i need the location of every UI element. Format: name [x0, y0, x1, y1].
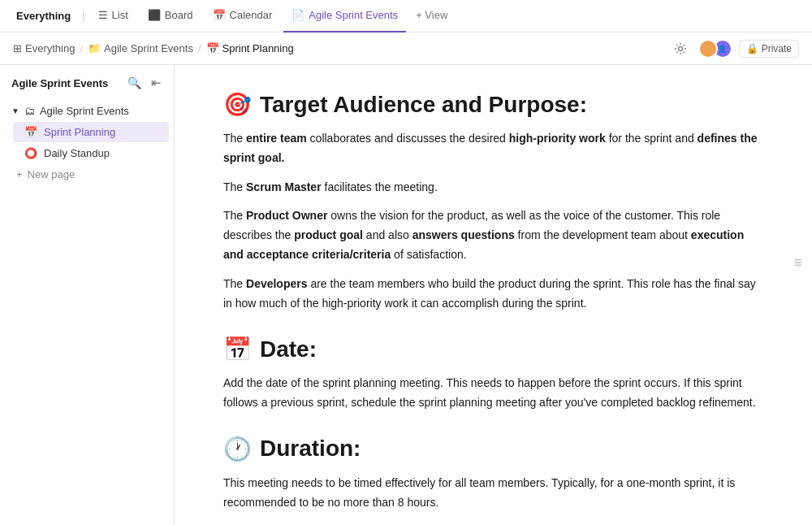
heading-duration: 🕐 Duration:	[223, 436, 763, 462]
sidebar-add-new-page[interactable]: + New page	[5, 164, 169, 184]
tab-add-view[interactable]: + View	[409, 0, 454, 33]
private-button[interactable]: 🔒 Private	[739, 40, 799, 58]
arrow-down-icon: ▼	[11, 106, 19, 115]
list-icon: ☰	[98, 9, 108, 21]
sidebar-header: Agile Sprint Events 🔍 ⇤	[0, 65, 174, 98]
calendar-check-icon: 📅	[24, 126, 37, 138]
para-target-4: The Developers are the team members who …	[223, 275, 763, 314]
sidebar-item-sprint-planning[interactable]: 📅 Sprint Planning	[13, 122, 169, 142]
breadcrumb-sprint-planning[interactable]: 📅 Sprint Planning	[206, 42, 294, 54]
settings-button[interactable]	[669, 37, 692, 60]
calendar-icon: 📅	[213, 9, 226, 21]
para-date-1: Add the date of the sprint planning meet…	[223, 374, 763, 413]
breadcrumb-right: 👤 🔒 Private	[669, 37, 799, 60]
sidebar-collapse-button[interactable]: ⇤	[149, 75, 162, 91]
heading-date: 📅 Date:	[223, 336, 763, 362]
heading-target-audience: 🎯 Target Audience and Purpose:	[223, 91, 763, 118]
para-duration-1: This meeting needs to be timed effective…	[223, 474, 763, 513]
calendar-emoji: 📅	[223, 336, 252, 362]
sidebar-tree: ▼ 🗂 Agile Sprint Events 📅 Sprint Plannin…	[0, 98, 174, 189]
sidebar-item-agile-sprint-events[interactable]: ▼ 🗂 Agile Sprint Events	[0, 101, 174, 121]
para-target-3: The Product Owner owns the vision for th…	[223, 206, 763, 264]
nav-divider-1: |	[82, 10, 84, 22]
tab-agile-sprint[interactable]: 📄 Agile Sprint Events	[283, 0, 406, 33]
settings-icon	[674, 42, 687, 55]
top-nav: Everything | ☰ List ⬛ Board 📅 Calendar 📄…	[0, 0, 812, 33]
breadcrumb-sep-1: /	[80, 42, 83, 54]
main-layout: Agile Sprint Events 🔍 ⇤ ▼ 🗂 Agile Sprint…	[0, 65, 812, 525]
breadcrumb-agile[interactable]: 📁 Agile Sprint Events	[88, 42, 193, 54]
tab-board[interactable]: ⬛ Board	[140, 0, 201, 33]
plus-icon: +	[16, 168, 23, 180]
board-icon: ⬛	[148, 9, 161, 21]
outline-toggle-button[interactable]: ≡	[793, 254, 802, 271]
circle-icon: ⭕	[24, 147, 37, 159]
avatar-group: 👤	[698, 39, 732, 59]
calendar-page-icon: 📅	[206, 42, 219, 54]
target-emoji: 🎯	[223, 91, 252, 118]
page-icon: 📄	[292, 9, 304, 21]
para-target-2: The Scrum Master facilitates the meeting…	[223, 178, 763, 197]
breadcrumb-left: ⊞ Everything / 📁 Agile Sprint Events / 📅…	[13, 42, 294, 54]
clock-emoji: 🕐	[223, 436, 252, 462]
avatar-1	[698, 39, 718, 59]
folder-icon: 📁	[88, 42, 101, 54]
sidebar-search-button[interactable]: 🔍	[126, 75, 143, 91]
para-target-1: The entire team collaborates and discuss…	[223, 129, 763, 168]
content-area: 🎯 Target Audience and Purpose: The entir…	[175, 65, 812, 525]
grid-icon: ⊞	[13, 42, 22, 54]
breadcrumb: ⊞ Everything / 📁 Agile Sprint Events / 📅…	[0, 33, 812, 65]
sidebar-item-daily-standup[interactable]: ⭕ Daily Standup	[13, 143, 169, 163]
sidebar-children: 📅 Sprint Planning ⭕ Daily Standup	[0, 122, 174, 163]
sidebar: Agile Sprint Events 🔍 ⇤ ▼ 🗂 Agile Sprint…	[0, 65, 175, 525]
folder-box-icon: 🗂	[24, 105, 35, 117]
breadcrumb-sep-2: /	[198, 42, 201, 54]
svg-point-0	[678, 46, 682, 50]
tab-calendar[interactable]: 📅 Calendar	[205, 0, 281, 33]
lock-icon: 🔒	[746, 43, 758, 54]
content-inner: 🎯 Target Audience and Purpose: The entir…	[223, 91, 763, 525]
sidebar-title: Agile Sprint Events	[11, 77, 108, 89]
breadcrumb-everything[interactable]: ⊞ Everything	[13, 42, 75, 54]
everything-nav-label[interactable]: Everything	[10, 7, 77, 25]
tab-list[interactable]: ☰ List	[90, 0, 136, 33]
sidebar-header-icons: 🔍 ⇤	[126, 75, 162, 91]
